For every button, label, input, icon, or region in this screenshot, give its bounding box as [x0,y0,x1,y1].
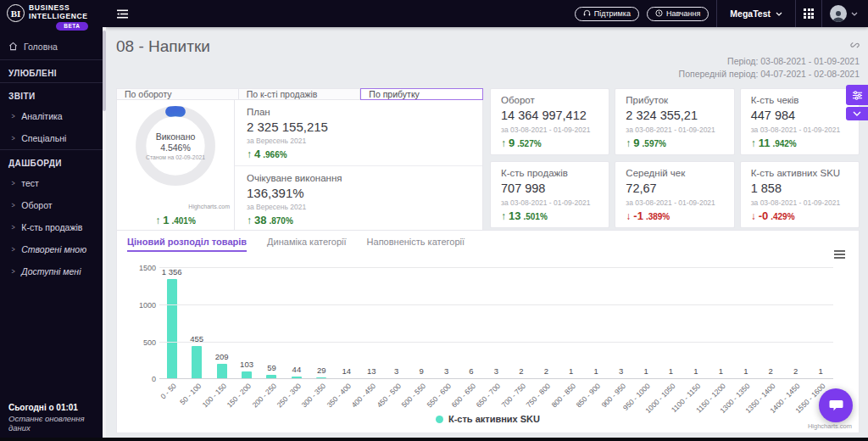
sidebar: BI BUSINESS INTELLIGENCE BETA Головна УЛ… [0,0,106,441]
delta-frac: .942% [772,139,796,148]
kpi-card: К-сть чеків 447 984 за 03-08-2021 - 01-0… [740,88,860,155]
bar-value-label: 1 [669,366,673,376]
x-axis-label: 250 - 300 [275,382,303,409]
sidebar-section-title: ЗВІТИ [0,83,106,105]
beta-badge: BETA [56,22,87,31]
x-axis-label: 50 - 100 [178,382,203,406]
delta-frac: .401% [171,216,195,226]
chat-icon [828,398,844,413]
x-axis-label: 300 - 350 [300,382,327,409]
delta-frac: .870% [269,216,292,226]
bar-value-label: 1 [693,366,698,376]
sidebar-section: ЗВІТИ > Аналітика > Спеціальні [0,82,106,149]
sidebar-scrollbar-thumb[interactable] [103,31,106,111]
kpi-title: Оборот [501,95,598,105]
kpi-value: 2 324 355,21 [626,109,723,122]
training-button[interactable]: Навчання [647,7,709,21]
chart-tab[interactable]: Наповненість категорії [367,237,465,252]
delta-frac: .429% [771,212,794,221]
chart-tab[interactable]: Динаміка категорії [267,237,347,252]
chart-column: 1 1100 - 1150 [683,268,708,379]
chart-tab[interactable]: Ціновий розподіл товарів [127,237,247,252]
sidebar-scrollbar[interactable] [103,27,106,438]
x-axis-label: 750 - 800 [525,382,552,409]
period-previous: Попередній період: 04-07-2021 - 02-08-20… [679,68,860,81]
gauge-label: Виконано [156,131,196,142]
bi-logo-text: BUSINESS INTELLIGENCE BETA [29,4,88,31]
sidebar-item-label: Спеціальні [21,133,66,143]
legend-item[interactable]: К-сть активних SKU [127,414,849,424]
bar-value-label: 3 [494,366,498,376]
link-icon[interactable] [849,37,860,53]
sidebar-item[interactable]: > Доступні мені [0,260,106,282]
x-axis-label: 550 - 600 [425,382,452,409]
collapse-button[interactable] [846,107,868,120]
delta-int: 4 [254,148,260,160]
highcharts-credit[interactable]: Highcharts.com [188,204,230,209]
sidebar-section: УЛЮБЛЕНІ [0,59,106,82]
sidebar-item[interactable]: > Аналітика [0,105,106,127]
bar-value-label: 29 [317,366,326,375]
menu-fold-button[interactable] [116,8,129,20]
delta-badge: ↑4.966% [247,148,287,160]
plan-value: 136,391% [247,186,470,200]
highcharts-credit[interactable]: Highcharts.com [808,422,852,430]
logo-line2: INTELLIGENCE [29,13,88,21]
view-tab[interactable]: По обороту [116,88,239,100]
bi-logo[interactable]: BI BUSINESS INTELLIGENCE BETA [0,0,106,33]
user-menu[interactable] [830,5,858,22]
sidebar-section-title: ДАШБОРДИ [0,150,106,172]
account-name: MegaTest [730,8,771,19]
support-button[interactable]: Підтримка [575,7,639,21]
sidebar-item[interactable]: > тест [0,172,106,194]
delta-arrow-icon: ↑ [751,137,756,149]
divider [716,0,717,27]
kpi-value: 1 858 [751,181,849,195]
delta-arrow-icon: ↑ [155,215,160,226]
delta-arrow-icon: ↑ [626,137,631,149]
delta-badge: ↑38.870% [247,214,293,226]
x-axis-label: 800 - 850 [549,382,576,409]
sidebar-item-label: Оборот [21,200,52,210]
view-tab[interactable]: По прибутку [360,88,483,100]
delta-int: 13 [509,209,520,222]
gauge-caption: Станом на 02-09-2021 [146,154,205,160]
x-axis-label: 200 - 250 [250,382,277,409]
account-menu[interactable]: MegaTest [725,8,787,19]
kpi-title: К-сть активних SKU [751,168,849,178]
support-label: Підтримка [594,9,631,18]
filters-button[interactable] [846,85,868,105]
y-axis-label: 1000 [129,301,156,310]
period-current: Період: 03-08-2021 - 01-09-2021 [727,55,860,68]
bar-value-label: 6 [469,366,473,376]
sidebar-item-home[interactable]: Головна [0,33,106,59]
divider [795,0,796,27]
chart-column: 1 1150 - 1200 [709,268,733,379]
chat-button[interactable] [819,388,853,422]
kpi-value: 707 998 [501,181,598,195]
sidebar-item[interactable]: > Створені мною [0,238,106,260]
bar-value-label: 2 [769,366,773,376]
bi-logo-mark: BI [7,4,25,22]
plan-title: План [247,107,470,117]
bar-value-label: 2 [544,366,548,376]
delta-frac: .389% [646,212,670,221]
plan-title: Очікуване виконання [247,173,470,183]
delta-frac: .966% [263,150,287,159]
sidebar-item[interactable]: > К-сть продажів [0,216,106,238]
apps-grid-icon[interactable] [804,8,814,19]
home-icon [8,42,18,51]
x-axis-label: 500 - 550 [400,382,427,409]
bar-value-label: 1 [594,366,598,376]
kpi-period: за 03-08-2021 - 01-09-2021 [751,126,849,134]
chart-column: 2 700 - 750 [509,268,533,379]
view-tab[interactable]: По к-сті продажів [239,88,361,100]
delta-badge: ↑13.501% [501,209,548,222]
sidebar-section-title: УЛЮБЛЕНІ [0,60,106,82]
plot-area: 1 356 0 - 50 455 50 - 100 209 100 - 150 … [159,268,833,379]
delta-arrow-icon: ↑ [501,210,506,222]
sidebar-item[interactable]: > Оборот [0,194,106,216]
delta-arrow-icon: ↑ [247,215,252,226]
sidebar-item[interactable]: > Спеціальні [0,127,106,149]
chevron-right-icon: > [12,179,15,187]
